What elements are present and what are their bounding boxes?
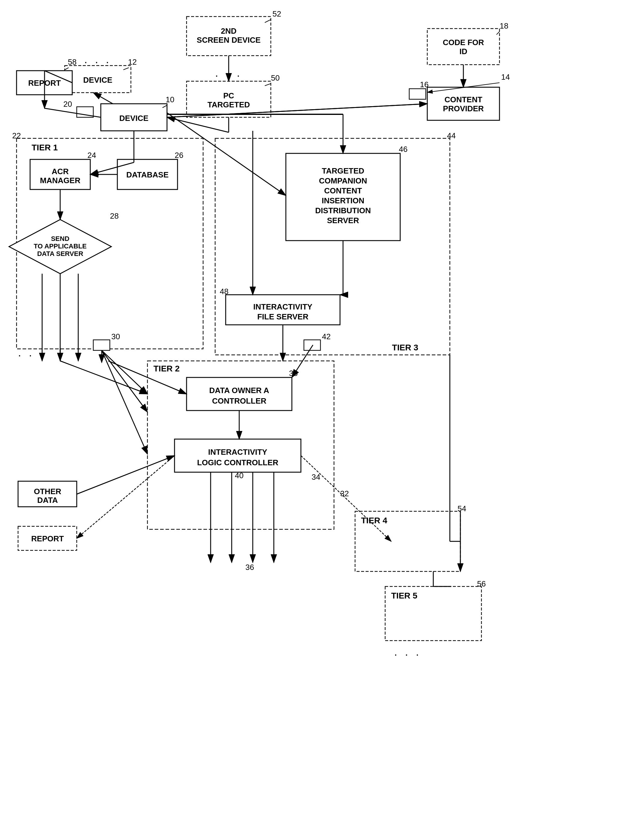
node-acr-manager: ACR MANAGER 24 [30,151,96,189]
svg-rect-120 [93,340,110,351]
svg-text:44: 44 [447,131,456,140]
node-device-10: DEVICE 10 [101,95,174,131]
svg-text:PC: PC [223,91,234,100]
node-content-provider: CONTENT PROVIDER 16 14 [409,73,510,120]
svg-text:SCREEN DEVICE: SCREEN DEVICE [197,35,261,44]
svg-text:ACR: ACR [52,167,69,176]
svg-text:TIER 1: TIER 1 [32,143,58,152]
svg-text:CONTENT: CONTENT [324,186,362,195]
svg-text:22: 22 [12,131,21,140]
svg-text:TARGETED: TARGETED [322,166,364,175]
svg-text:SEND: SEND [51,235,69,242]
node-send-data-server: SEND TO APPLICABLE DATA SERVER 28 [9,212,119,274]
svg-text:18: 18 [500,21,509,30]
svg-text:14: 14 [501,73,510,82]
svg-text:DATA: DATA [37,496,58,505]
svg-line-146 [60,361,147,394]
svg-text:OTHER: OTHER [34,487,62,496]
svg-text:12: 12 [128,57,137,66]
node-database: DATABASE 26 [117,151,183,189]
svg-text:46: 46 [399,145,408,154]
node-targeted-server: TARGETED COMPANION CONTENT INSERTION DIS… [286,145,408,241]
svg-text:50: 50 [271,73,280,82]
node-code-for-id: CODE FOR ID 18 [427,21,508,65]
svg-text:TIER 3: TIER 3 [392,343,418,352]
svg-line-112 [167,113,286,196]
svg-text:CONTROLLER: CONTROLLER [212,396,267,406]
svg-text:TARGETED: TARGETED [207,100,250,109]
svg-line-102 [93,93,113,104]
node-data-owner: DATA OWNER A CONTROLLER 38 [187,369,297,411]
svg-text:DISTRIBUTION: DISTRIBUTION [315,206,371,215]
svg-text:FILE SERVER: FILE SERVER [257,312,308,321]
svg-text:. . .: . . . [394,646,421,658]
svg-text:16: 16 [420,80,429,89]
svg-text:TIER 2: TIER 2 [153,364,180,373]
svg-rect-23 [409,89,426,99]
node-report-bottom: REPORT [18,526,77,550]
svg-text:10: 10 [166,95,174,104]
svg-text:. . .: . . . [84,53,111,66]
svg-text:ID: ID [460,47,467,56]
svg-text:DEVICE: DEVICE [83,76,112,85]
svg-text:PROVIDER: PROVIDER [443,104,484,113]
svg-text:MANAGER: MANAGER [40,176,81,185]
svg-text:DATABASE: DATABASE [126,170,169,179]
svg-text:2ND: 2ND [221,27,237,35]
svg-text:26: 26 [175,151,183,160]
node-pc-targeted: PC TARGETED 50 [187,73,280,117]
node-interactivity-logic: INTERACTIVITY LOGIC CONTROLLER 40 [174,439,301,480]
svg-text:DATA SERVER: DATA SERVER [37,250,83,257]
svg-text:INTERACTIVITY: INTERACTIVITY [208,447,267,456]
svg-text:40: 40 [235,471,244,480]
icon-device-30: 30 [93,332,120,351]
svg-line-142 [102,351,147,394]
svg-text:42: 42 [322,332,331,341]
svg-text:DEVICE: DEVICE [119,114,149,123]
svg-text:CODE FOR: CODE FOR [443,38,484,47]
node-interactivity-file-server: INTERACTIVITY FILE SERVER 48 [220,287,340,325]
svg-text:INSERTION: INSERTION [322,196,364,205]
svg-text:58: 58 [68,57,77,66]
svg-line-131 [77,456,174,538]
svg-text:34: 34 [312,472,321,482]
svg-text:56: 56 [477,579,486,588]
svg-text:REPORT: REPORT [31,534,64,543]
svg-text:36: 36 [245,563,254,572]
diagram-container: 2ND SCREEN DEVICE 52 PC TARGETED 50 CODE… [0,0,637,840]
svg-text:30: 30 [111,332,120,341]
svg-text:SERVER: SERVER [327,216,359,225]
svg-text:TIER 4: TIER 4 [361,516,387,525]
svg-line-130 [77,456,174,494]
svg-text:CONTENT: CONTENT [444,95,482,104]
svg-text:LOGIC CONTROLLER: LOGIC CONTROLLER [197,458,278,467]
svg-text:54: 54 [458,504,466,513]
svg-text:TIER 5: TIER 5 [391,591,417,600]
svg-text:DATA OWNER A: DATA OWNER A [209,386,269,395]
node-screen2: 2ND SCREEN DEVICE 52 [187,9,281,56]
svg-text:28: 28 [110,212,119,221]
svg-line-133 [301,456,391,542]
node-report-58: REPORT 58 [17,57,76,95]
icon-device-42: 42 [304,332,331,351]
svg-text:48: 48 [220,287,229,296]
svg-text:24: 24 [88,151,96,160]
svg-text:COMPANION: COMPANION [319,176,367,185]
svg-text:32: 32 [340,489,349,498]
svg-text:INTERACTIVITY: INTERACTIVITY [253,302,312,311]
region-tier5: TIER 5 56 [385,579,486,641]
svg-text:52: 52 [273,9,281,18]
node-other-data: OTHER DATA [18,481,77,507]
svg-text:. . .: . . . [18,346,45,359]
svg-rect-122 [304,340,321,351]
icon-device-20: 20 [63,99,93,117]
svg-text:20: 20 [63,99,72,109]
svg-text:TO APPLICABLE: TO APPLICABLE [34,242,87,250]
